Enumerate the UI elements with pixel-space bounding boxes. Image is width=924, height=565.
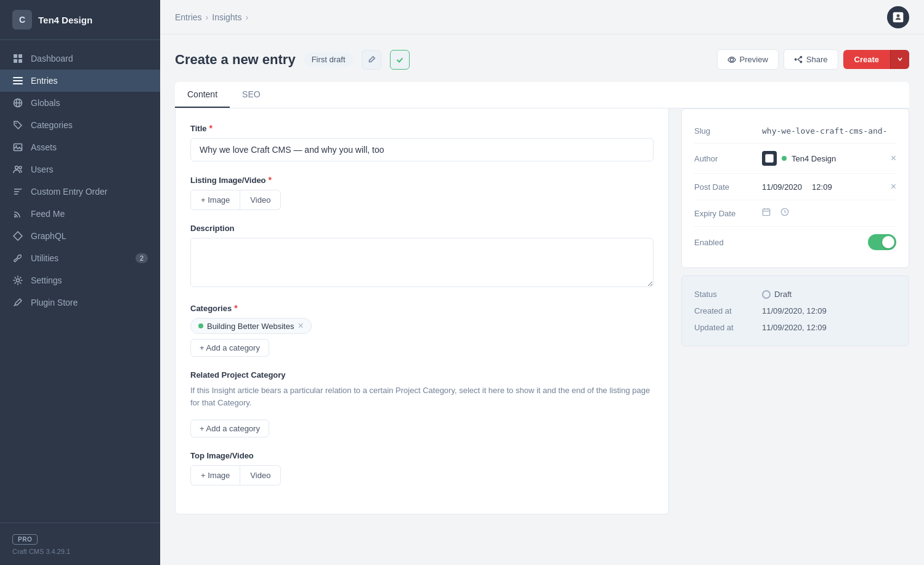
sidebar-item-settings[interactable]: Settings xyxy=(0,269,160,291)
post-date-remove-button[interactable]: × xyxy=(891,181,896,192)
top-add-video-button[interactable]: Video xyxy=(240,465,281,486)
breadcrumb-sep-1: › xyxy=(206,12,209,22)
category-remove-button[interactable]: × xyxy=(298,321,303,331)
author-label: Author xyxy=(694,154,762,163)
author-row: Author Ten4 Design × xyxy=(694,144,896,174)
svg-point-25 xyxy=(795,59,796,60)
sidebar-item-entries[interactable]: Entries xyxy=(0,70,160,92)
svg-point-20 xyxy=(17,279,20,282)
sidebar-item-graphql[interactable]: GraphQL xyxy=(0,225,160,247)
rss-icon xyxy=(12,208,23,219)
sidebar-footer: PRO Craft CMS 3.4.29.1 xyxy=(0,522,160,565)
svg-rect-3 xyxy=(18,59,22,63)
sidebar-item-categories[interactable]: Categories xyxy=(0,114,160,136)
svg-rect-2 xyxy=(14,59,17,63)
form-sidebar: Slug why-we-love-craft-cms-and- Author xyxy=(681,108,909,346)
top-add-image-button[interactable]: + Image xyxy=(190,465,240,486)
categories-label: Categories * xyxy=(190,303,654,313)
add-category-button[interactable]: + Add a category xyxy=(190,339,269,357)
add-video-button[interactable]: Video xyxy=(240,190,281,210)
svg-rect-0 xyxy=(14,54,17,58)
svg-rect-27 xyxy=(763,209,769,216)
tab-seo[interactable]: SEO xyxy=(230,82,273,108)
categories-required: * xyxy=(234,303,237,313)
brand-name: Ten4 Design xyxy=(38,15,92,25)
enabled-toggle[interactable] xyxy=(868,234,896,250)
sidebar-item-dashboard[interactable]: Dashboard xyxy=(0,47,160,70)
add-related-category-button[interactable]: + Add a category xyxy=(190,420,269,437)
slug-label: Slug xyxy=(694,126,762,136)
sidebar-item-assets[interactable]: Assets xyxy=(0,136,160,158)
calendar-icon[interactable] xyxy=(762,208,771,219)
list-icon xyxy=(12,75,23,86)
clock-icon[interactable] xyxy=(780,208,789,219)
sidebar-header: C Ten4 Design xyxy=(0,0,160,40)
expiry-date-row: Expiry Date xyxy=(694,200,896,227)
create-button[interactable]: Create xyxy=(843,50,890,69)
create-dropdown-button[interactable] xyxy=(890,50,909,69)
grid-icon xyxy=(12,53,23,64)
sidebar-item-globals[interactable]: Globals xyxy=(0,92,160,114)
page-title: Create a new entry xyxy=(175,52,296,68)
author-name: Ten4 Design xyxy=(792,154,836,163)
post-date-values: 11/09/2020 12:09 xyxy=(762,182,832,192)
related-project-field-group: Related Project Category If this Insight… xyxy=(190,370,654,437)
post-date-label: Post Date xyxy=(694,182,762,192)
updated-label: Updated at xyxy=(694,323,762,332)
created-value: 11/09/2020, 12:09 xyxy=(762,306,827,315)
title-input[interactable] xyxy=(190,138,654,161)
check-icon-button[interactable] xyxy=(390,50,410,70)
header-actions: Preview Share Create xyxy=(717,49,909,70)
svg-point-23 xyxy=(800,56,802,58)
post-date-row: Post Date 11/09/2020 12:09 × xyxy=(694,174,896,200)
author-remove-button[interactable]: × xyxy=(891,153,896,164)
tab-content[interactable]: Content xyxy=(175,82,230,108)
svg-rect-1 xyxy=(18,54,22,58)
add-category-label: + Add a category xyxy=(200,343,260,352)
form-layout: Title * Listing Image/Video * xyxy=(175,108,909,514)
svg-rect-26 xyxy=(765,154,773,162)
status-pill: First draft xyxy=(304,52,353,67)
sidebar-item-label-entries: Entries xyxy=(31,76,58,86)
post-date-value: 11/09/2020 xyxy=(762,182,802,192)
breadcrumb: Entries › Insights › xyxy=(175,12,248,22)
breadcrumb-insights[interactable]: Insights xyxy=(212,12,241,22)
cms-version: Craft CMS 3.4.29.1 xyxy=(12,548,148,555)
topbar-right xyxy=(887,6,909,28)
expiry-date-label: Expiry Date xyxy=(694,209,762,218)
sidebar-item-feed-me[interactable]: Feed Me xyxy=(0,203,160,225)
breadcrumb-entries[interactable]: Entries xyxy=(175,12,202,22)
enabled-row: Enabled xyxy=(694,227,896,258)
category-tag: Building Better Websites × xyxy=(190,318,312,334)
sidebar-item-custom-entry-order[interactable]: Custom Entry Order xyxy=(0,181,160,203)
sidebar-item-users[interactable]: Users xyxy=(0,158,160,181)
author-chip: Ten4 Design xyxy=(762,151,836,166)
content-area: Create a new entry First draft Preview S… xyxy=(160,35,924,565)
add-image-button[interactable]: + Image xyxy=(190,190,240,210)
users-icon xyxy=(12,164,23,175)
tabs: Content SEO xyxy=(175,82,909,108)
listing-media-field-group: Listing Image/Video * + Image Video xyxy=(190,175,654,210)
breadcrumb-sep-2: › xyxy=(246,12,249,22)
user-avatar[interactable] xyxy=(887,6,909,28)
add-video-label: Video xyxy=(250,195,270,205)
slug-value: why-we-love-craft-cms-and- xyxy=(762,126,888,136)
image-icon xyxy=(12,142,23,153)
form-main: Title * Listing Image/Video * xyxy=(175,108,669,514)
share-button[interactable]: Share xyxy=(784,49,838,70)
expiry-date-icons xyxy=(762,208,789,219)
sidebar-item-label-users: Users xyxy=(31,165,54,174)
author-avatar xyxy=(762,151,777,166)
edit-icon-button[interactable] xyxy=(362,50,381,70)
updated-value: 11/09/2020, 12:09 xyxy=(762,323,827,332)
toggle-knob xyxy=(882,236,894,248)
description-textarea[interactable] xyxy=(190,238,654,287)
sidebar-item-plugin-store[interactable]: Plugin Store xyxy=(0,291,160,314)
status-radio xyxy=(762,290,771,299)
preview-button[interactable]: Preview xyxy=(717,49,779,70)
sidebar: C Ten4 Design Dashboard Entries Globals xyxy=(0,0,160,565)
title-field-group: Title * xyxy=(190,123,654,161)
sidebar-item-utilities[interactable]: Utilities 2 xyxy=(0,247,160,269)
sidebar-item-label-graphql: GraphQL xyxy=(31,231,67,241)
form-container: Content SEO Title * xyxy=(175,82,909,514)
